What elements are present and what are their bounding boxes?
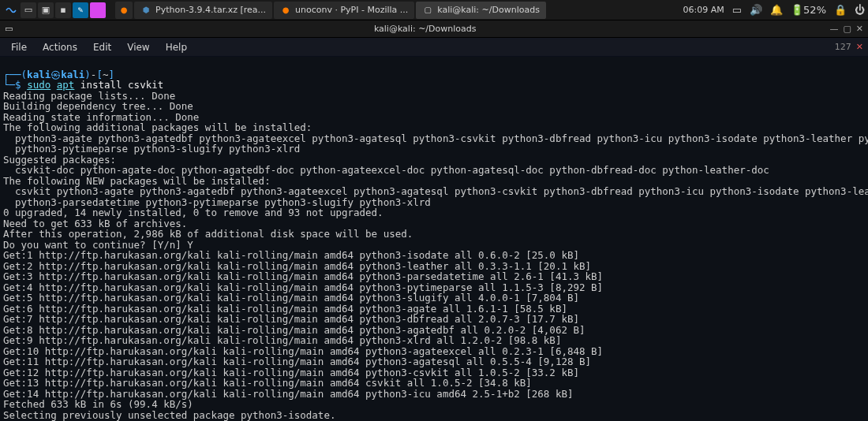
battery-icon[interactable]: 🔋52% [791, 4, 826, 16]
display-icon[interactable]: ▭ [732, 4, 742, 16]
clock[interactable]: 06:09 AM [683, 5, 724, 15]
kali-menu-icon[interactable] [3, 2, 19, 18]
task-terminal[interactable]: ▢ kali@kali: ~/Downloads [416, 2, 546, 19]
menu-help[interactable]: Help [159, 40, 193, 54]
maximize-button[interactable]: ▢ [843, 24, 851, 34]
show-desktop-icon[interactable]: ▭ [21, 2, 36, 18]
task-unoconv[interactable]: ● unoconv · PyPI - Mozilla ... [274, 2, 414, 19]
column-count: 127 [835, 42, 851, 52]
editor-icon[interactable]: ✎ [73, 2, 88, 18]
minimize-button[interactable]: — [829, 24, 838, 34]
tab-status: 127 ✕ [835, 42, 863, 52]
terminal-output[interactable]: ┌──(kali㉿kali)-[~] └─$ sudo apt install … [0, 57, 868, 421]
window-controls: — ▢ ✕ [829, 24, 863, 34]
task-firefox[interactable]: ● [115, 2, 133, 19]
panel-left: ▭ ▣ ▪ ✎ ● ⬢ Python-3.9.4.tar.xz [rea... … [3, 2, 546, 19]
close-button[interactable]: ✕ [856, 24, 863, 34]
notifications-icon[interactable]: 🔔 [770, 4, 783, 16]
task-label: Python-3.9.4.tar.xz [rea... [155, 5, 266, 15]
menu-actions[interactable]: Actions [36, 40, 84, 54]
window-titlebar[interactable]: ▭ kali@kali: ~/Downloads — ▢ ✕ [0, 20, 868, 38]
window-title: kali@kali: ~/Downloads [21, 24, 829, 34]
menu-file[interactable]: File [5, 40, 33, 54]
terminal-launcher-icon[interactable]: ▪ [55, 2, 71, 18]
window-menu-icon[interactable]: ▭ [5, 24, 16, 35]
menu-edit[interactable]: Edit [87, 40, 118, 54]
task-python-archive[interactable]: ⬢ Python-3.9.4.tar.xz [rea... [134, 2, 272, 19]
power-icon[interactable]: ⏻ [855, 4, 865, 16]
lock-icon[interactable]: 🔒 [834, 4, 847, 16]
taskbar-tasks: ● ⬢ Python-3.9.4.tar.xz [rea... ● unocon… [115, 2, 546, 19]
menubar: File Actions Edit View Help 127 ✕ [0, 38, 868, 57]
firefox-icon: ● [280, 5, 291, 16]
volume-icon[interactable]: 🔊 [750, 4, 762, 16]
files-icon[interactable]: ▣ [38, 2, 54, 18]
panel-launchers: ▭ ▣ ▪ ✎ [3, 2, 106, 18]
battery-percent: 52% [803, 4, 826, 16]
top-panel: ▭ ▣ ▪ ✎ ● ⬢ Python-3.9.4.tar.xz [rea... … [0, 0, 868, 20]
firefox-icon: ● [118, 5, 129, 16]
menu-view[interactable]: View [121, 40, 155, 54]
tab-close-icon[interactable]: ✕ [856, 42, 863, 52]
task-label: unoconv · PyPI - Mozilla ... [295, 5, 408, 15]
terminal-icon: ▢ [422, 5, 433, 16]
python-icon: ⬢ [140, 5, 152, 16]
task-label: kali@kali: ~/Downloads [437, 5, 540, 15]
app-launcher-icon[interactable] [90, 2, 106, 18]
panel-right: 06:09 AM ▭ 🔊 🔔 🔋52% 🔒 ⏻ [683, 4, 865, 16]
